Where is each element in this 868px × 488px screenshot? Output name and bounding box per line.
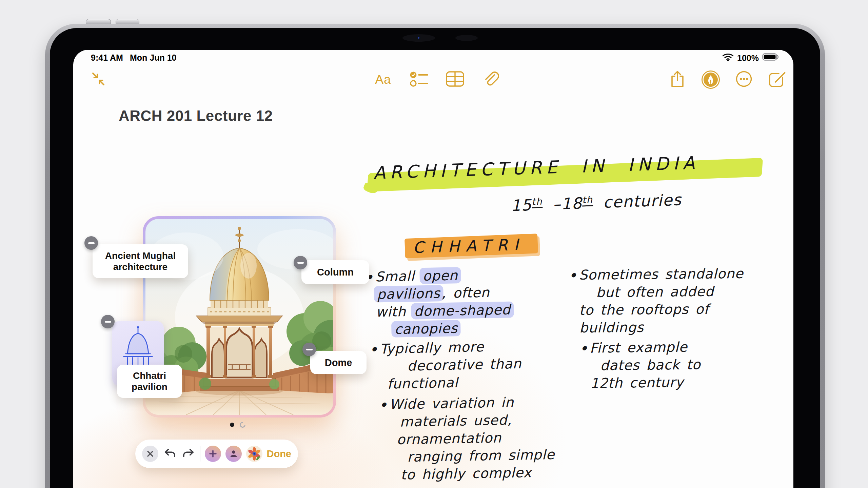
compose-button[interactable] <box>768 70 787 89</box>
status-bar-right: 100% <box>722 53 779 63</box>
handwritten-subheading: 15th –18th centuries <box>510 190 682 215</box>
paperclip-icon <box>483 70 499 89</box>
more-button[interactable] <box>734 70 753 89</box>
toolbar-divider <box>200 446 200 462</box>
status-bar-left: 9:41 AM Mon Jun 10 <box>91 53 176 63</box>
device-bezel: 9:41 AM Mon Jun 10 100% <box>50 28 820 488</box>
minimize-note-button[interactable] <box>89 70 108 89</box>
concept-tag-mughal[interactable]: Ancient Mughal architecture <box>93 244 188 278</box>
handwritten-heading: ARCHITECTURE IN INDIA <box>373 152 699 183</box>
handwritten-bullet-small-open-pavilions: • Small open pavilions, often with dome-… <box>375 266 512 339</box>
handwritten-bullet-wide-variation: • Wide variation in materials used, orna… <box>389 393 555 484</box>
redo-icon <box>181 446 196 460</box>
tag-label: Dome <box>325 357 352 368</box>
status-date: Mon Jun 10 <box>130 53 177 63</box>
front-camera-icon <box>416 36 421 40</box>
square-pencil-icon <box>768 70 786 89</box>
checklist-button[interactable] <box>410 70 429 89</box>
undo-icon <box>163 446 177 460</box>
markup-button[interactable] <box>701 70 720 89</box>
tag-label: Column <box>317 267 354 278</box>
share-button[interactable] <box>668 70 687 89</box>
action-toolbar <box>668 70 787 89</box>
status-time: 9:41 AM <box>91 53 123 63</box>
note-title[interactable]: ARCH 201 Lecture 12 <box>119 107 273 124</box>
page-dot-active[interactable] <box>230 423 234 427</box>
notes-app-screen: 9:41 AM Mon Jun 10 100% <box>73 50 793 488</box>
image-carousel-dots[interactable] <box>230 422 245 428</box>
person-icon <box>229 449 239 459</box>
flower-icon <box>247 446 262 461</box>
format-toolbar: Aa <box>374 70 500 89</box>
concept-tag-chhatri-pavilion[interactable]: Chhatri pavilion <box>117 365 182 398</box>
close-button[interactable] <box>142 446 158 462</box>
people-button[interactable] <box>225 446 242 462</box>
battery-percent: 100% <box>737 53 759 63</box>
checklist-icon <box>410 70 429 89</box>
concept-tag-column[interactable]: Column <box>301 260 369 284</box>
add-concept-button[interactable] <box>205 446 221 462</box>
ellipsis-circle-icon <box>735 70 753 89</box>
collapse-arrows-icon <box>91 71 106 88</box>
tag-label: Ancient Mughal architecture <box>99 250 181 272</box>
handwritten-bullet-first-example: • First example dates back to 12th centu… <box>590 338 701 392</box>
tag-label: Chhatri pavilion <box>117 370 182 392</box>
device-frame: 9:41 AM Mon Jun 10 100% <box>45 24 825 488</box>
aa-icon: Aa <box>375 73 391 87</box>
table-icon <box>446 71 464 88</box>
loading-spinner-icon <box>239 421 247 429</box>
handwritten-section-heading: CHHATRI <box>413 235 525 257</box>
attachment-button[interactable] <box>481 70 500 89</box>
wifi-icon <box>722 53 734 63</box>
handwritten-bullet-sometimes-standalone: • Sometimes standalone but often added t… <box>579 265 744 337</box>
plus-icon <box>209 450 217 458</box>
image-playground-toolbar: Done <box>135 440 298 468</box>
table-button[interactable] <box>446 70 465 89</box>
handwritten-bullet-typically-decorative: • Typically more decorative than functio… <box>379 337 522 393</box>
markup-pencil-icon <box>702 70 720 89</box>
share-icon <box>670 70 685 89</box>
image-playground-button[interactable] <box>246 446 262 462</box>
battery-icon <box>762 53 779 63</box>
redo-button[interactable] <box>181 446 196 462</box>
remove-sketch-button[interactable] <box>101 315 115 328</box>
undo-button[interactable] <box>163 446 177 462</box>
remove-tag-mughal-button[interactable] <box>84 236 98 250</box>
remove-tag-column-button[interactable] <box>294 256 307 269</box>
text-format-button[interactable]: Aa <box>374 70 393 89</box>
camera-sensor <box>455 35 478 41</box>
concept-tag-dome[interactable]: Dome <box>310 351 367 374</box>
done-button[interactable]: Done <box>267 448 291 460</box>
x-icon <box>146 450 154 458</box>
remove-tag-dome-button[interactable] <box>302 343 316 356</box>
